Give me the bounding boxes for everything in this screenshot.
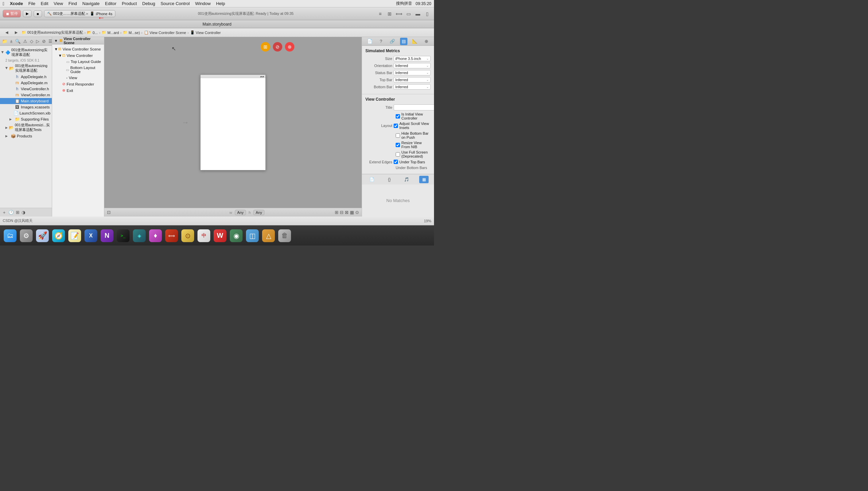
under-top-checkbox[interactable]: [394, 160, 398, 164]
apple-menu[interactable]: : [3, 1, 4, 6]
hide-bottom-checkbox[interactable]: [396, 133, 400, 138]
menu-product[interactable]: Product: [122, 1, 137, 6]
canvas-zoom-fit-icon[interactable]: ⊡: [107, 210, 111, 215]
dock-item-purple[interactable]: ♦: [148, 228, 163, 243]
app-name[interactable]: Xcode: [10, 1, 23, 6]
dock-item-beer[interactable]: ⊙: [180, 228, 195, 243]
nav-item-viewcontroller-h[interactable]: h ViewController.h: [0, 86, 52, 92]
nav-item-main-group[interactable]: ▶ 📂 001使用autoresizing实现屏幕适配: [0, 63, 52, 74]
status-bar-select[interactable]: Inferred ⌄: [394, 70, 431, 76]
bottom-bar-select[interactable]: Inferred ⌄: [394, 84, 431, 90]
layout-icon-2[interactable]: ⊟: [340, 210, 343, 215]
dock-item-onenote[interactable]: N: [100, 228, 114, 243]
dock-item-browser1[interactable]: ◈: [132, 228, 147, 243]
dock-item-safari[interactable]: 🧭: [51, 228, 66, 243]
size-class-w-toggle[interactable]: Any: [235, 210, 246, 215]
dock-item-settings[interactable]: ⚙: [19, 228, 34, 243]
navigator-breakpoint-icon[interactable]: ⊘: [42, 39, 46, 44]
use-full-screen-checkbox[interactable]: [396, 152, 400, 156]
menu-view[interactable]: View: [54, 1, 63, 6]
navigator-search-icon[interactable]: 🔍: [15, 39, 21, 44]
inspector-tab-file[interactable]: 📄: [366, 38, 373, 45]
canvas-obj-vc[interactable]: ⊞: [261, 42, 270, 52]
stop-button[interactable]: ⏹ 暂停: [3, 10, 21, 18]
inspector-tab-help[interactable]: ?: [377, 38, 384, 45]
iphone-mockup[interactable]: ▰▰: [200, 75, 266, 170]
editor-standard-button[interactable]: ≡: [376, 10, 384, 18]
editor-forward-button[interactable]: ▶: [12, 29, 20, 37]
scene-item-first-responder[interactable]: ⊘ First Responder: [52, 81, 104, 87]
dock-item-notes[interactable]: 📝: [67, 228, 82, 243]
scene-item-exit[interactable]: ⊗ Exit: [52, 87, 104, 94]
breadcrumb-item-2[interactable]: 📁 M...ard: [102, 30, 119, 35]
layout-icon-1[interactable]: ⊞: [335, 210, 338, 215]
menu-source-control[interactable]: Source Control: [160, 1, 190, 6]
nav-item-appdelegate-m[interactable]: m AppDelegate.m: [0, 80, 52, 86]
dock-item-wps[interactable]: W: [213, 228, 227, 243]
object-library-tab[interactable]: 📄: [367, 176, 377, 183]
nav-group-icon[interactable]: ⊞: [16, 210, 20, 215]
canvas-obj-first-responder[interactable]: ⊘: [273, 42, 282, 52]
nav-item-tests-group[interactable]: ▶ 📂 001使用autoresizi...实现屏幕适配Tests: [0, 122, 52, 133]
nav-item-images[interactable]: 🖼 Images.xcassets: [0, 104, 52, 110]
vc-title-input[interactable]: [394, 105, 434, 111]
view-inspector-button[interactable]: ▯: [423, 10, 431, 18]
breadcrumb-item-0[interactable]: 📁 001使用autoresizing实现屏幕适配: [22, 30, 83, 35]
nav-item-appdelegate-h[interactable]: h AppDelegate.h: [0, 74, 52, 80]
breadcrumb-item-1[interactable]: 📂 0...: [87, 30, 98, 35]
view-navigator-button[interactable]: ▭: [404, 10, 412, 18]
dock-item-atom[interactable]: ◉: [229, 228, 244, 243]
iphone-view-content[interactable]: [200, 78, 266, 170]
adjust-scroll-checkbox[interactable]: [394, 123, 398, 128]
nav-item-launchscreen[interactable]: 📄 LaunchScreen.xib: [0, 110, 52, 116]
inspector-tab-id[interactable]: 🔗: [389, 38, 396, 45]
dock-item-terminal[interactable]: >_: [116, 228, 130, 243]
nav-clock-icon[interactable]: 🕐: [8, 210, 14, 215]
menu-file[interactable]: File: [28, 1, 35, 6]
top-bar-select[interactable]: Inferred ⌄: [394, 77, 431, 83]
dock-item-finder[interactable]: 🗂: [3, 228, 18, 243]
navigator-vcs-icon[interactable]: ±: [10, 39, 12, 44]
bindings-tab[interactable]: {}: [384, 176, 394, 183]
inspector-tab-connections[interactable]: ⊕: [423, 38, 430, 45]
layout-icon-4[interactable]: ▦: [350, 210, 354, 215]
nav-add-icon[interactable]: ＋: [2, 209, 6, 215]
storyboard-canvas[interactable]: ⊞ ⊘ ⊗ → ▰▰ ↖: [104, 37, 362, 208]
dock-item-chinese[interactable]: 中: [196, 228, 211, 243]
menu-window[interactable]: Window: [195, 1, 211, 6]
menu-find[interactable]: Find: [68, 1, 77, 6]
editor-back-button[interactable]: ◀: [3, 29, 11, 37]
menu-edit[interactable]: Edit: [41, 1, 48, 6]
nav-item-main-storyboard[interactable]: 📋 Main.storyboard: [0, 98, 52, 104]
dock-item-trash[interactable]: 🗑: [277, 228, 292, 243]
zoom-fit-icon[interactable]: ⊙: [355, 210, 359, 215]
editor-version-button[interactable]: ⟺: [395, 10, 403, 18]
breadcrumb-item-4[interactable]: 📋 View Controller Scene: [144, 30, 186, 35]
nav-item-viewcontroller-m[interactable]: m ViewController.m: [0, 92, 52, 98]
orientation-select[interactable]: Inferred ⌄: [394, 63, 431, 68]
menu-help[interactable]: Help: [216, 1, 225, 6]
dock-item-finder3[interactable]: △: [261, 228, 276, 243]
dock-item-finder2[interactable]: ◫: [245, 228, 260, 243]
play-button[interactable]: ▶: [23, 10, 32, 17]
editor-assistant-button[interactable]: ⊞: [385, 10, 394, 18]
scene-item-vc[interactable]: ▼ ⊡ View Controller: [52, 52, 104, 59]
size-class-h-toggle[interactable]: Any: [253, 210, 265, 215]
is-initial-vc-checkbox[interactable]: [396, 114, 400, 119]
nav-item-products[interactable]: ▶ 📦 Products: [0, 133, 52, 139]
inspector-tab-size[interactable]: 📐: [411, 38, 418, 45]
navigator-report-icon[interactable]: ☰: [49, 39, 52, 44]
navigator-folder-icon[interactable]: 📁: [2, 39, 7, 44]
scene-item-view[interactable]: ▪ View: [52, 75, 104, 81]
scene-item-bottom-layout[interactable]: ▭ Bottom Layout Guide: [52, 65, 104, 75]
scene-item-vc-scene[interactable]: ▼ ⊞ View Controller Scene: [52, 46, 104, 52]
breadcrumb-item-5[interactable]: 📱 View Controller: [190, 30, 221, 35]
scene-item-top-layout[interactable]: ▭ Top Layout Guide: [52, 59, 104, 65]
input-method[interactable]: 搜狗拼音: [396, 1, 412, 6]
nav-sort-icon[interactable]: ◑: [22, 210, 25, 215]
navigator-debug-icon[interactable]: ▷: [36, 39, 39, 44]
menu-editor[interactable]: Editor: [105, 1, 116, 6]
resize-from-nib-checkbox[interactable]: [396, 143, 400, 147]
dock-item-xcode[interactable]: X: [84, 228, 98, 243]
navigator-warning-icon[interactable]: ⚠: [23, 39, 27, 44]
